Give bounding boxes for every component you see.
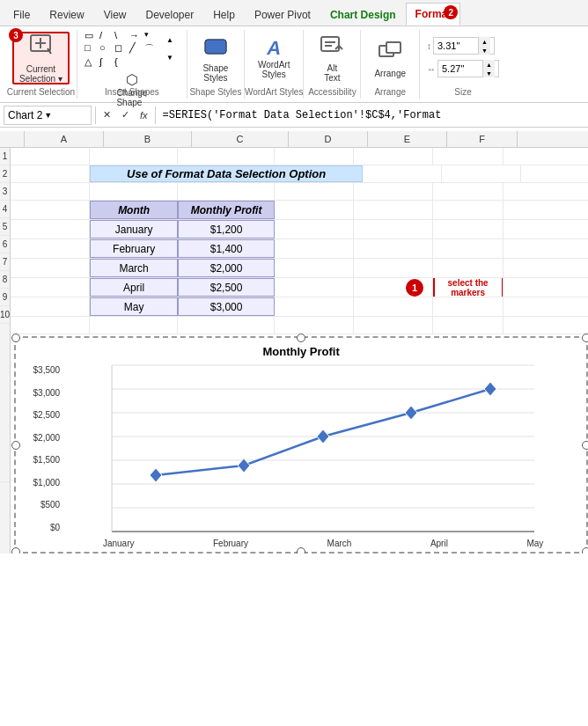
shapes-scroll-up[interactable]: ▲ bbox=[160, 33, 180, 48]
cell-may-profit[interactable]: $3,000 bbox=[178, 297, 275, 316]
cell-a5[interactable] bbox=[11, 220, 90, 238]
cell-d6[interactable] bbox=[275, 239, 354, 258]
shape-line3[interactable]: ╱ bbox=[129, 42, 143, 55]
wordart-styles-button[interactable]: A WordArt Styles bbox=[252, 32, 297, 84]
cell-march-profit[interactable]: $2,000 bbox=[178, 259, 275, 277]
shape-line4[interactable]: ⌒ bbox=[144, 42, 158, 55]
tab-power-pivot[interactable]: Power Pivot bbox=[245, 3, 320, 26]
shape-rect[interactable]: ▭ bbox=[85, 30, 99, 41]
height-input[interactable]: ▲ ▼ bbox=[433, 37, 495, 55]
cell-month-header[interactable]: Month bbox=[90, 201, 178, 219]
cell-d8[interactable] bbox=[275, 278, 354, 297]
cell-d3[interactable] bbox=[275, 183, 354, 200]
cell-feb-profit[interactable]: $1,400 bbox=[178, 239, 275, 258]
cell-e8[interactable]: 1 bbox=[354, 278, 433, 297]
height-value[interactable] bbox=[434, 39, 478, 53]
shapes-more[interactable]: ▾ bbox=[144, 30, 158, 41]
shape-arrow[interactable]: → bbox=[129, 30, 143, 41]
cell-e5[interactable] bbox=[354, 220, 433, 238]
cell-a9[interactable] bbox=[11, 297, 90, 316]
cell-f10[interactable] bbox=[433, 317, 503, 334]
shape-rect2[interactable]: □ bbox=[85, 42, 99, 55]
cell-b10[interactable] bbox=[90, 317, 178, 334]
cell-a8[interactable] bbox=[11, 278, 90, 297]
cell-c1[interactable] bbox=[178, 148, 275, 165]
cell-f4[interactable] bbox=[433, 201, 503, 219]
name-box[interactable]: Chart 2 ▼ bbox=[4, 106, 92, 125]
cell-march[interactable]: March bbox=[90, 259, 178, 277]
tab-chart-design[interactable]: Chart Design bbox=[320, 3, 406, 26]
cell-a1[interactable] bbox=[11, 148, 90, 165]
name-box-arrow[interactable]: ▼ bbox=[44, 111, 52, 120]
cell-f9[interactable] bbox=[433, 297, 503, 316]
cell-d1[interactable] bbox=[275, 148, 354, 165]
cell-f6[interactable] bbox=[433, 239, 503, 258]
cell-d5[interactable] bbox=[275, 220, 354, 238]
cell-a6[interactable] bbox=[11, 239, 90, 258]
cell-f7[interactable] bbox=[433, 259, 503, 277]
cell-february[interactable]: February bbox=[90, 239, 178, 258]
alt-text-button[interactable]: Alt Text bbox=[311, 32, 353, 84]
width-down[interactable]: ▼ bbox=[482, 69, 495, 77]
width-input[interactable]: ▲ ▼ bbox=[437, 60, 499, 77]
chart-container[interactable]: Monthly Profit $3,500 $3,000 $2,500 $2,0… bbox=[14, 336, 588, 554]
cell-f1[interactable] bbox=[433, 148, 503, 165]
shape-bracket[interactable]: { bbox=[114, 56, 129, 68]
cell-a4[interactable] bbox=[11, 201, 90, 219]
cell-a2[interactable] bbox=[11, 165, 90, 182]
tab-file[interactable]: File bbox=[4, 3, 40, 26]
cell-e10[interactable] bbox=[354, 317, 433, 334]
marker-march[interactable] bbox=[317, 429, 329, 444]
arrange-button[interactable]: Arrange bbox=[368, 32, 412, 84]
tab-review[interactable]: Review bbox=[40, 3, 93, 26]
cell-e6[interactable] bbox=[354, 239, 433, 258]
height-up[interactable]: ▲ bbox=[478, 37, 490, 46]
shape-callout[interactable]: ◻ bbox=[114, 42, 129, 55]
cell-e3[interactable] bbox=[354, 183, 433, 200]
cell-c10[interactable] bbox=[178, 317, 275, 334]
cell-january[interactable]: January bbox=[90, 220, 178, 238]
cell-f8[interactable]: select the markers bbox=[433, 278, 503, 297]
shapes-scroll-down[interactable]: ▼ bbox=[160, 50, 180, 66]
cell-f5[interactable] bbox=[433, 220, 503, 238]
shapes-grid[interactable]: ▭ / \ → ▾ □ ○ ◻ ╱ ⌒ △ ∫ { bbox=[85, 30, 158, 68]
tab-view[interactable]: View bbox=[94, 3, 136, 26]
cell-a10[interactable] bbox=[11, 317, 90, 334]
cell-april-profit[interactable]: $2,500 bbox=[178, 278, 275, 297]
cell-b3[interactable] bbox=[90, 183, 178, 200]
cell-b1[interactable] bbox=[90, 148, 178, 165]
current-selection-button[interactable]: 3 Current Selection ▾ bbox=[12, 32, 70, 84]
formula-input[interactable] bbox=[159, 109, 584, 121]
tab-developer[interactable]: Developer bbox=[136, 3, 204, 26]
marker-may[interactable] bbox=[484, 382, 496, 396]
cell-d10[interactable] bbox=[275, 317, 354, 334]
cell-f3[interactable] bbox=[433, 183, 503, 200]
cell-profit-header[interactable]: Monthly Profit bbox=[178, 201, 275, 219]
cell-april[interactable]: April bbox=[90, 278, 178, 297]
cell-e4[interactable] bbox=[354, 201, 433, 219]
cell-d9[interactable] bbox=[275, 297, 354, 316]
marker-april[interactable] bbox=[405, 406, 417, 420]
tab-help[interactable]: Help bbox=[203, 3, 245, 26]
cell-e7[interactable] bbox=[354, 259, 433, 277]
tab-format[interactable]: Format 2 bbox=[406, 3, 461, 26]
shape-line2[interactable]: \ bbox=[114, 30, 129, 41]
shape-styles-button[interactable]: Shape Styles bbox=[195, 32, 237, 84]
marker-jan[interactable] bbox=[150, 468, 162, 482]
cell-a3[interactable] bbox=[11, 183, 90, 200]
shape-tri[interactable]: △ bbox=[85, 56, 99, 68]
height-down[interactable]: ▼ bbox=[478, 46, 490, 55]
shape-curve[interactable]: ∫ bbox=[99, 56, 114, 68]
shape-line[interactable]: / bbox=[99, 30, 114, 41]
shape-oval[interactable]: ○ bbox=[99, 42, 114, 55]
cell-may[interactable]: May bbox=[90, 297, 178, 316]
width-up[interactable]: ▲ bbox=[482, 60, 495, 69]
cell-f2[interactable] bbox=[521, 165, 588, 182]
cell-d7[interactable] bbox=[275, 259, 354, 277]
cell-jan-profit[interactable]: $1,200 bbox=[178, 220, 275, 238]
cell-a7[interactable] bbox=[11, 259, 90, 277]
cell-title[interactable]: Use of Format Data Selection Option bbox=[90, 165, 363, 182]
cell-e1[interactable] bbox=[354, 148, 433, 165]
cell-d2[interactable] bbox=[363, 165, 442, 182]
cell-c3[interactable] bbox=[178, 183, 275, 200]
